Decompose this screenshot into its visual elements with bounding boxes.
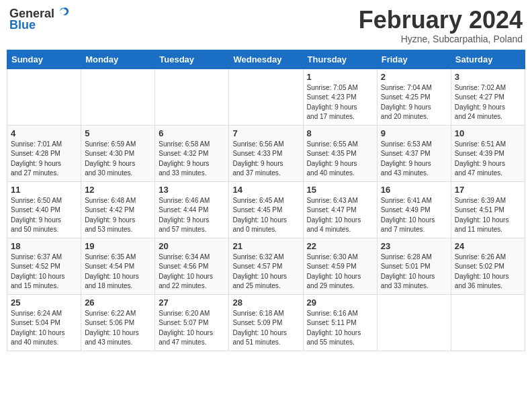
calendar-cell: 1Sunrise: 7:05 AM Sunset: 4:23 PM Daylig…: [303, 68, 377, 125]
day-number: 12: [85, 185, 151, 195]
calendar-cell: 27Sunrise: 6:20 AM Sunset: 5:07 PM Dayli…: [155, 294, 229, 351]
calendar-day-header: Monday: [81, 50, 155, 68]
calendar-cell: 24Sunrise: 6:26 AM Sunset: 5:02 PM Dayli…: [451, 238, 525, 294]
day-info: Sunrise: 6:59 AM Sunset: 4:30 PM Dayligh…: [85, 140, 151, 179]
day-info: Sunrise: 6:45 AM Sunset: 4:45 PM Dayligh…: [232, 196, 299, 235]
month-title: February 2024: [359, 7, 523, 34]
day-info: Sunrise: 7:02 AM Sunset: 4:27 PM Dayligh…: [455, 83, 521, 122]
calendar-week-row: 11Sunrise: 6:50 AM Sunset: 4:40 PM Dayli…: [7, 181, 525, 238]
day-number: 15: [307, 185, 373, 195]
day-info: Sunrise: 6:24 AM Sunset: 5:04 PM Dayligh…: [11, 309, 77, 348]
day-info: Sunrise: 6:37 AM Sunset: 4:52 PM Dayligh…: [11, 253, 77, 291]
calendar-cell: 17Sunrise: 6:39 AM Sunset: 4:51 PM Dayli…: [451, 181, 525, 238]
location: Hyzne, Subcarpathia, Poland: [359, 34, 523, 44]
calendar-day-header: Friday: [377, 50, 451, 68]
calendar-week-row: 4Sunrise: 7:01 AM Sunset: 4:28 PM Daylig…: [7, 125, 525, 181]
day-info: Sunrise: 6:48 AM Sunset: 4:42 PM Dayligh…: [85, 196, 151, 235]
calendar-day-header: Sunday: [7, 50, 81, 68]
calendar-cell: 14Sunrise: 6:45 AM Sunset: 4:45 PM Dayli…: [229, 181, 303, 238]
day-info: Sunrise: 6:26 AM Sunset: 5:02 PM Dayligh…: [455, 253, 521, 291]
calendar-cell: 6Sunrise: 6:58 AM Sunset: 4:32 PM Daylig…: [155, 125, 229, 181]
calendar-cell: 22Sunrise: 6:30 AM Sunset: 4:59 PM Dayli…: [303, 238, 377, 294]
day-info: Sunrise: 6:46 AM Sunset: 4:44 PM Dayligh…: [159, 196, 225, 235]
day-number: 26: [85, 298, 151, 308]
day-number: 18: [11, 241, 77, 251]
calendar-cell: [451, 294, 525, 351]
day-number: 14: [232, 185, 299, 195]
day-number: 8: [307, 128, 373, 138]
calendar-cell: 8Sunrise: 6:55 AM Sunset: 4:35 PM Daylig…: [303, 125, 377, 181]
calendar-cell: 20Sunrise: 6:34 AM Sunset: 4:56 PM Dayli…: [155, 238, 229, 294]
day-number: 28: [232, 298, 299, 308]
day-info: Sunrise: 6:53 AM Sunset: 4:37 PM Dayligh…: [381, 140, 447, 179]
day-number: 5: [85, 128, 151, 138]
calendar-cell: 5Sunrise: 6:59 AM Sunset: 4:30 PM Daylig…: [81, 125, 155, 181]
day-number: 1: [307, 72, 373, 82]
day-number: 6: [159, 128, 225, 138]
calendar-cell: 21Sunrise: 6:32 AM Sunset: 4:57 PM Dayli…: [229, 238, 303, 294]
calendar-day-header: Wednesday: [229, 50, 303, 68]
day-number: 11: [11, 185, 77, 195]
page-header: General Blue February 2024 Hyzne, Subcar…: [7, 7, 525, 44]
calendar-cell: 28Sunrise: 6:18 AM Sunset: 5:09 PM Dayli…: [229, 294, 303, 351]
calendar-cell: 16Sunrise: 6:41 AM Sunset: 4:49 PM Dayli…: [377, 181, 451, 238]
day-number: 7: [232, 128, 299, 138]
calendar-cell: 29Sunrise: 6:16 AM Sunset: 5:11 PM Dayli…: [303, 294, 377, 351]
logo-bird-icon: [56, 5, 71, 20]
day-number: 9: [381, 128, 447, 138]
day-info: Sunrise: 6:41 AM Sunset: 4:49 PM Dayligh…: [381, 196, 447, 235]
calendar-day-header: Tuesday: [155, 50, 229, 68]
calendar-cell: 7Sunrise: 6:56 AM Sunset: 4:33 PM Daylig…: [229, 125, 303, 181]
calendar-cell: 26Sunrise: 6:22 AM Sunset: 5:06 PM Dayli…: [81, 294, 155, 351]
day-number: 16: [381, 185, 447, 195]
day-number: 24: [455, 241, 521, 251]
day-info: Sunrise: 6:39 AM Sunset: 4:51 PM Dayligh…: [455, 196, 521, 235]
day-info: Sunrise: 6:20 AM Sunset: 5:07 PM Dayligh…: [159, 309, 225, 348]
day-number: 3: [455, 72, 521, 82]
day-number: 25: [11, 298, 77, 308]
calendar-cell: [7, 68, 81, 125]
day-info: Sunrise: 6:51 AM Sunset: 4:39 PM Dayligh…: [455, 140, 521, 179]
title-block: February 2024 Hyzne, Subcarpathia, Polan…: [359, 7, 523, 44]
calendar-cell: 11Sunrise: 6:50 AM Sunset: 4:40 PM Dayli…: [7, 181, 81, 238]
day-number: 20: [159, 241, 225, 251]
day-info: Sunrise: 6:34 AM Sunset: 4:56 PM Dayligh…: [159, 253, 225, 291]
day-info: Sunrise: 6:22 AM Sunset: 5:06 PM Dayligh…: [85, 309, 151, 348]
day-number: 21: [232, 241, 299, 251]
calendar-table: SundayMondayTuesdayWednesdayThursdayFrid…: [7, 50, 525, 351]
calendar-cell: 9Sunrise: 6:53 AM Sunset: 4:37 PM Daylig…: [377, 125, 451, 181]
calendar-cell: [229, 68, 303, 125]
day-info: Sunrise: 6:50 AM Sunset: 4:40 PM Dayligh…: [11, 196, 77, 235]
calendar-cell: 2Sunrise: 7:04 AM Sunset: 4:25 PM Daylig…: [377, 68, 451, 125]
day-info: Sunrise: 6:28 AM Sunset: 5:01 PM Dayligh…: [381, 253, 447, 291]
logo-blue: Blue: [9, 19, 71, 31]
day-info: Sunrise: 7:01 AM Sunset: 4:28 PM Dayligh…: [11, 140, 77, 179]
calendar-day-header: Thursday: [303, 50, 377, 68]
day-info: Sunrise: 7:04 AM Sunset: 4:25 PM Dayligh…: [381, 83, 447, 122]
day-info: Sunrise: 6:43 AM Sunset: 4:47 PM Dayligh…: [307, 196, 373, 235]
day-info: Sunrise: 6:55 AM Sunset: 4:35 PM Dayligh…: [307, 140, 373, 179]
day-info: Sunrise: 6:18 AM Sunset: 5:09 PM Dayligh…: [232, 309, 299, 348]
calendar-cell: 10Sunrise: 6:51 AM Sunset: 4:39 PM Dayli…: [451, 125, 525, 181]
calendar-cell: 18Sunrise: 6:37 AM Sunset: 4:52 PM Dayli…: [7, 238, 81, 294]
calendar-cell: [377, 294, 451, 351]
day-number: 4: [11, 128, 77, 138]
calendar-cell: [155, 68, 229, 125]
day-info: Sunrise: 6:30 AM Sunset: 4:59 PM Dayligh…: [307, 253, 373, 291]
day-number: 2: [381, 72, 447, 82]
day-number: 27: [159, 298, 225, 308]
calendar-cell: 3Sunrise: 7:02 AM Sunset: 4:27 PM Daylig…: [451, 68, 525, 125]
calendar-cell: 13Sunrise: 6:46 AM Sunset: 4:44 PM Dayli…: [155, 181, 229, 238]
calendar-cell: 19Sunrise: 6:35 AM Sunset: 4:54 PM Dayli…: [81, 238, 155, 294]
day-number: 10: [455, 128, 521, 138]
calendar-cell: 23Sunrise: 6:28 AM Sunset: 5:01 PM Dayli…: [377, 238, 451, 294]
calendar-cell: 25Sunrise: 6:24 AM Sunset: 5:04 PM Dayli…: [7, 294, 81, 351]
logo: General Blue: [9, 7, 71, 31]
day-number: 17: [455, 185, 521, 195]
day-number: 22: [307, 241, 373, 251]
day-info: Sunrise: 6:56 AM Sunset: 4:33 PM Dayligh…: [232, 140, 299, 179]
day-number: 23: [381, 241, 447, 251]
day-number: 19: [85, 241, 151, 251]
calendar-week-row: 25Sunrise: 6:24 AM Sunset: 5:04 PM Dayli…: [7, 294, 525, 351]
day-info: Sunrise: 6:32 AM Sunset: 4:57 PM Dayligh…: [232, 253, 299, 291]
